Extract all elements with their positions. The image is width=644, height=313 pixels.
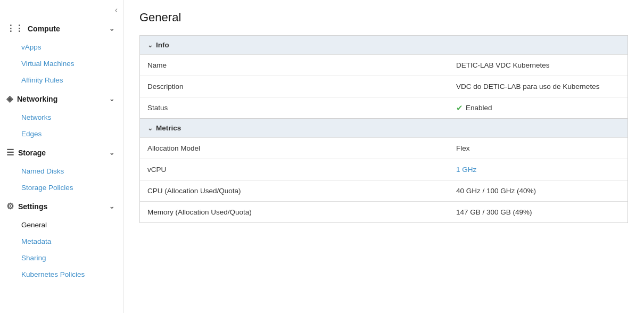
vcpu-label: vCPU xyxy=(140,160,449,179)
networking-icon: ◈ xyxy=(6,94,13,104)
description-label: Description xyxy=(140,77,449,96)
vcpu-value: 1 GHz xyxy=(449,160,628,179)
cpu-allocation-label: CPU (Allocation Used/Quota) xyxy=(140,182,449,200)
sidebar-item-general[interactable]: General xyxy=(0,217,123,233)
name-label: Name xyxy=(140,56,449,75)
description-value: VDC do DETIC-LAB para uso de Kubernetes xyxy=(449,77,628,96)
table-row: Memory (Allocation Used/Quota) 147 GB / … xyxy=(140,201,628,223)
metrics-section: ⌄ Metrics Allocation Model Flex vCPU 1 G… xyxy=(139,119,628,223)
sidebar-collapse-icon[interactable]: ‹ xyxy=(115,5,118,15)
storage-icon: ☰ xyxy=(6,147,14,158)
sidebar-item-edges[interactable]: Edges xyxy=(0,126,123,142)
sidebar-section-compute[interactable]: ⋮⋮ Compute ⌄ xyxy=(0,18,123,39)
metrics-chevron-icon: ⌄ xyxy=(147,125,153,132)
networking-chevron-icon: ⌄ xyxy=(109,95,114,103)
table-row: CPU (Allocation Used/Quota) 40 GHz / 100… xyxy=(140,180,628,201)
sidebar-section-storage-label: Storage xyxy=(18,149,46,157)
table-row: Allocation Model Flex xyxy=(140,137,628,159)
main-content: General ⌄ Info Name DETIC-LAB VDC Kubern… xyxy=(123,0,644,313)
sidebar-section-networking[interactable]: ◈ Networking ⌄ xyxy=(0,88,123,109)
metrics-section-label: Metrics xyxy=(156,124,181,132)
sidebar-section-settings-label: Settings xyxy=(18,202,47,211)
settings-icon: ⚙ xyxy=(6,201,14,211)
sidebar-item-sharing[interactable]: Sharing xyxy=(0,250,123,266)
sidebar-item-vapps[interactable]: vApps xyxy=(0,39,123,55)
sidebar-section-compute-label: Compute xyxy=(28,24,60,33)
sidebar-item-kubernetes-policies[interactable]: Kubernetes Policies xyxy=(0,266,123,283)
info-section-label: Info xyxy=(156,41,169,49)
sidebar-item-metadata[interactable]: Metadata xyxy=(0,233,123,250)
status-value: ✔ Enabled xyxy=(449,98,628,118)
sidebar-section-networking-label: Networking xyxy=(17,95,57,103)
sidebar-item-storage-policies[interactable]: Storage Policies xyxy=(0,179,123,196)
sidebar: ‹ ⋮⋮ Compute ⌄ vApps Virtual Machines Af… xyxy=(0,0,123,313)
sidebar-item-named-disks[interactable]: Named Disks xyxy=(0,163,123,179)
table-row: vCPU 1 GHz xyxy=(140,159,628,180)
info-section: ⌄ Info Name DETIC-LAB VDC Kubernetes Des… xyxy=(139,35,628,119)
status-label: Status xyxy=(140,98,449,117)
sidebar-item-virtual-machines[interactable]: Virtual Machines xyxy=(0,55,123,72)
memory-allocation-value: 147 GB / 300 GB (49%) xyxy=(449,203,628,221)
name-value: DETIC-LAB VDC Kubernetes xyxy=(449,56,628,75)
memory-allocation-label: Memory (Allocation Used/Quota) xyxy=(140,203,449,221)
compute-chevron-icon: ⌄ xyxy=(109,25,114,32)
table-row: Status ✔ Enabled xyxy=(140,97,628,118)
sidebar-section-storage[interactable]: ☰ Storage ⌄ xyxy=(0,142,123,163)
status-enabled: ✔ Enabled xyxy=(456,103,620,113)
info-chevron-icon: ⌄ xyxy=(147,42,153,49)
allocation-model-value: Flex xyxy=(449,139,628,158)
table-row: Description VDC do DETIC-LAB para uso de… xyxy=(140,76,628,97)
allocation-model-label: Allocation Model xyxy=(140,139,449,158)
cpu-allocation-value: 40 GHz / 100 GHz (40%) xyxy=(449,182,628,200)
metrics-section-header[interactable]: ⌄ Metrics xyxy=(140,119,628,137)
sidebar-item-networks[interactable]: Networks xyxy=(0,109,123,126)
table-row: Name DETIC-LAB VDC Kubernetes xyxy=(140,54,628,76)
compute-icon: ⋮⋮ xyxy=(6,23,23,34)
storage-chevron-icon: ⌄ xyxy=(109,149,114,156)
settings-chevron-icon: ⌄ xyxy=(109,203,114,210)
sidebar-section-settings[interactable]: ⚙ Settings ⌄ xyxy=(0,196,123,217)
info-section-header[interactable]: ⌄ Info xyxy=(140,36,628,54)
page-title: General xyxy=(139,11,628,24)
sidebar-item-affinity-rules[interactable]: Affinity Rules xyxy=(0,72,123,88)
check-circle-icon: ✔ xyxy=(456,103,463,113)
